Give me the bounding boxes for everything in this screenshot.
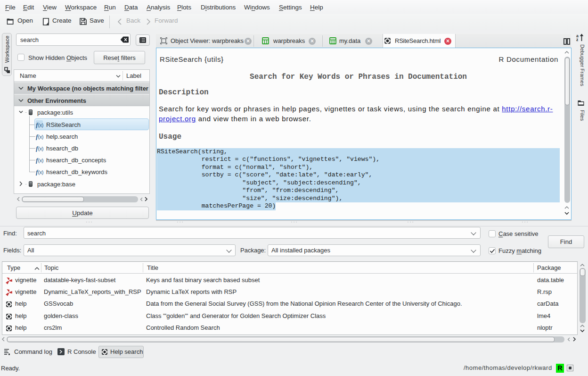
svg-text:z: z [576,37,578,42]
